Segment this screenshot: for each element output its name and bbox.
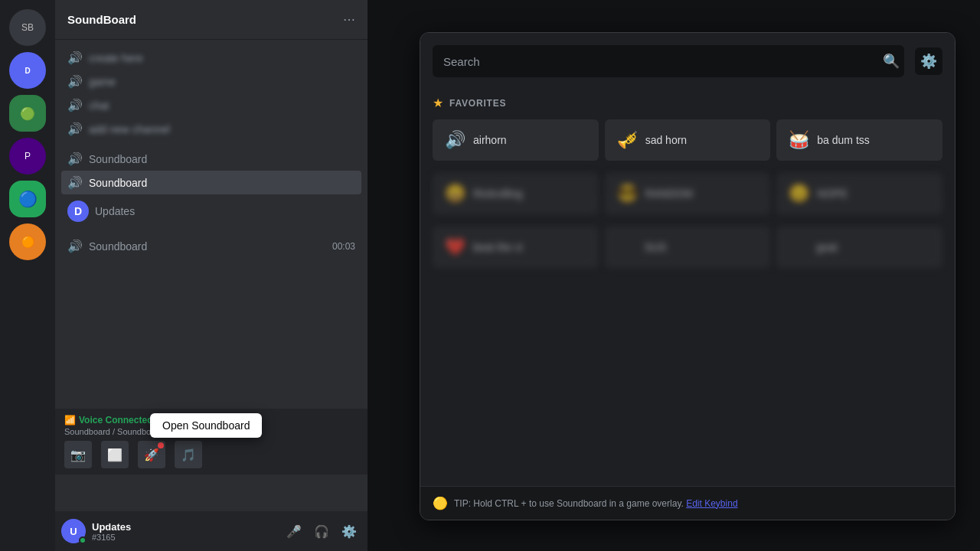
- sound-label: goat: [816, 241, 837, 253]
- sidebar-header: SoundBoard ⋯: [55, 0, 368, 40]
- sounds-grid-row2: 😄 Rickrolling 😎 RANDOM 😑 NOPE: [433, 173, 942, 214]
- user-controls: 🎤 🎧 ⚙️: [282, 519, 361, 543]
- gear-icon: ⚙️: [920, 53, 937, 70]
- section-title: FAVORITES: [449, 98, 506, 109]
- sound-button-airhorn[interactable]: 🔊 airhorn: [433, 119, 599, 161]
- channel-item[interactable]: 🔊 chat: [55, 93, 368, 117]
- server-icon-active[interactable]: 🔵: [9, 181, 46, 217]
- sound-emoji: 😄: [445, 184, 466, 204]
- server-icon[interactable]: 🟢: [9, 95, 46, 132]
- channel-label: Soundboard: [89, 240, 147, 253]
- search-icon: 🔍: [883, 53, 900, 70]
- voice-channel-icon: 🔊: [67, 239, 83, 253]
- sound-button-ba-dum-tss[interactable]: 🥁 ba dum tss: [776, 119, 942, 161]
- screen-share-icon: ⬜: [107, 448, 122, 462]
- channel-item-updates[interactable]: D Updates: [55, 194, 368, 228]
- signal-icon: 📶: [64, 415, 76, 425]
- headset-icon: 🎧: [314, 524, 329, 539]
- sound-button-goat[interactable]: goat: [776, 227, 942, 268]
- settings-icon: ⚙️: [341, 524, 357, 539]
- avatar: U: [61, 519, 86, 543]
- info-icon: 🟡: [433, 496, 448, 510]
- soundboard-button[interactable]: 🎵: [175, 441, 202, 468]
- camera-icon: 📷: [70, 448, 86, 462]
- footer-tip-text: TIP: Hold CTRL + to use Soundboard in a …: [454, 498, 942, 509]
- headset-button[interactable]: 🎧: [309, 519, 334, 543]
- voice-channel-icon: 🔊: [67, 175, 83, 190]
- sound-button-sus[interactable]: SUS: [605, 227, 771, 268]
- voice-actions: 📷 ⬜ 🚀 🎵: [64, 441, 358, 468]
- channel-label: game: [89, 76, 116, 88]
- channel-label: create here: [89, 52, 143, 64]
- voice-channel-icon: 🔊: [67, 74, 83, 89]
- camera-button[interactable]: 📷: [64, 441, 92, 468]
- search-input[interactable]: [433, 45, 904, 77]
- channel-label: add new channel: [89, 123, 170, 135]
- updates-label: Updates: [95, 205, 135, 217]
- sounds-grid-row1: 🔊 airhorn 🎺 sad horn 🥁 ba dum tss: [433, 119, 942, 161]
- context-tooltip[interactable]: Open Soundboard: [150, 413, 262, 438]
- notification-dot: [158, 442, 164, 448]
- server-icon[interactable]: 🟠: [9, 223, 46, 260]
- sidebar-options-icon[interactable]: ⋯: [343, 12, 355, 27]
- channel-item[interactable]: 🔊 add new channel: [55, 117, 368, 141]
- channel-label: chat: [89, 99, 109, 112]
- sound-label: NOPE: [817, 187, 848, 200]
- voice-channel-icon: 🔊: [67, 51, 83, 65]
- avatar-initial: U: [70, 526, 77, 537]
- channel-label: Soundboard: [89, 153, 147, 165]
- channel-list: 🔊 create here 🔊 game 🔊 chat 🔊 add new ch…: [55, 40, 368, 264]
- call-timer: 00:03: [332, 241, 355, 252]
- sound-button-rickrolling[interactable]: 😄 Rickrolling: [433, 173, 599, 214]
- server-icons-column: SB D 🟢 P 🔵 🟠: [0, 0, 55, 551]
- settings-button[interactable]: ⚙️: [337, 519, 361, 543]
- channel-label: Soundboard: [89, 177, 147, 189]
- sound-emoji: 😎: [617, 184, 638, 204]
- activity-button[interactable]: 🚀: [138, 441, 165, 468]
- server-icon[interactable]: P: [9, 138, 46, 174]
- favorites-section-header: ★ FAVORITES: [433, 96, 942, 110]
- soundboard-header: 🔍 ⚙️: [420, 33, 955, 86]
- sound-label: Rickrolling: [473, 187, 523, 200]
- sound-button-random[interactable]: 😎 RANDOM: [605, 173, 771, 214]
- activity-icon: 🚀: [144, 448, 159, 462]
- context-menu-label: Open Soundboard: [162, 419, 250, 432]
- sounds-grid-row3: ❤️ beat the vi SUS goat: [433, 227, 942, 268]
- channel-item-soundboard-timer[interactable]: 🔊 Soundboard 00:03: [55, 234, 368, 258]
- sound-label: sad horn: [645, 134, 687, 146]
- sound-emoji: ❤️: [445, 237, 466, 257]
- channel-item-soundboard[interactable]: 🔊 Soundboard: [55, 147, 368, 171]
- screen-share-button[interactable]: ⬜: [101, 441, 129, 468]
- star-icon: ★: [433, 96, 443, 110]
- channel-item[interactable]: 🔊 game: [55, 70, 368, 93]
- voice-channel-icon: 🔊: [67, 152, 83, 166]
- user-info: Updates #3165: [92, 521, 276, 542]
- settings-gear-button[interactable]: ⚙️: [915, 47, 942, 75]
- server-icon[interactable]: D: [9, 52, 46, 89]
- sound-button-nope[interactable]: 😑 NOPE: [776, 173, 942, 214]
- server-icon[interactable]: SB: [9, 9, 46, 46]
- mic-icon: 🎤: [286, 524, 302, 539]
- soundboard-icon: 🎵: [181, 448, 196, 462]
- sound-label: ba dum tss: [817, 134, 869, 146]
- voice-channel-icon: 🔊: [67, 122, 83, 136]
- sidebar-title: SoundBoard: [67, 13, 136, 26]
- sound-button-beat-it[interactable]: ❤️ beat the vi: [433, 227, 599, 268]
- sound-label: RANDOM: [645, 187, 693, 200]
- channel-item[interactable]: 🔊 create here: [55, 46, 368, 70]
- soundboard-popup: 🔍 ⚙️ ★ FAVORITES 🔊 airhorn 🎺 sad horn 🥁 …: [420, 32, 956, 520]
- channel-item-soundboard-active[interactable]: 🔊 Soundboard: [61, 171, 361, 194]
- sound-emoji: 😑: [789, 184, 809, 204]
- sound-emoji: 🥁: [789, 130, 809, 150]
- mic-button[interactable]: 🎤: [282, 519, 306, 543]
- sound-label: airhorn: [473, 134, 507, 146]
- soundboard-body: ★ FAVORITES 🔊 airhorn 🎺 sad horn 🥁 ba du…: [420, 86, 955, 486]
- soundboard-footer: 🟡 TIP: Hold CTRL + to use Soundboard in …: [420, 486, 955, 520]
- user-discriminator: #3165: [92, 533, 276, 542]
- user-area: U Updates #3165 🎤 🎧 ⚙️: [55, 511, 368, 551]
- status-badge: [79, 536, 87, 544]
- updates-icon: D: [67, 201, 89, 222]
- edit-keybind-link[interactable]: Edit Keybind: [686, 498, 737, 509]
- username: Updates: [92, 521, 276, 533]
- sound-button-sad-horn[interactable]: 🎺 sad horn: [605, 119, 771, 161]
